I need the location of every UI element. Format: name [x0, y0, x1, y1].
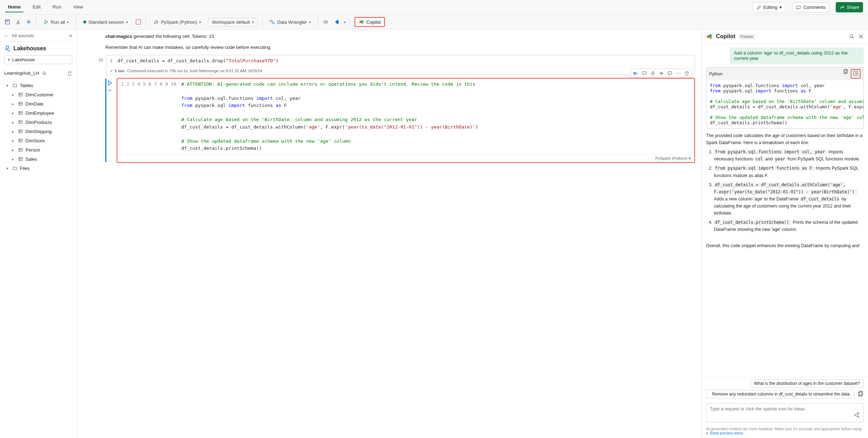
svg-rect-3	[270, 20, 272, 22]
tab-edit[interactable]: Edit	[30, 2, 43, 12]
chevron-down-icon[interactable]	[107, 88, 112, 93]
tree-table-item[interactable]: ▸DimCustomer	[0, 90, 77, 99]
svg-rect-19	[643, 72, 646, 74]
suggestion-chip[interactable]: Remove any redundant columns in df_cust_…	[706, 390, 855, 398]
share-button[interactable]: Share	[836, 2, 863, 12]
table-name: DimEmployee	[26, 110, 54, 116]
lock-icon[interactable]	[650, 70, 656, 76]
copilot-icon	[359, 19, 364, 25]
tab-run[interactable]: Run	[50, 2, 64, 12]
tab-home[interactable]: Home	[5, 2, 23, 12]
chevron-down-icon: ▾	[199, 20, 201, 24]
chevron-right-icon: ▸	[12, 130, 16, 133]
code-content: from pyspark.sql.functions import col, y…	[706, 80, 863, 128]
table-icon	[18, 138, 23, 143]
share-label: Share	[847, 5, 859, 10]
check-icon: ✓	[110, 68, 113, 73]
tree-table-item[interactable]: ▸Person	[0, 145, 77, 154]
svg-rect-14	[19, 121, 23, 124]
chevron-down-icon[interactable]: ▾	[344, 20, 346, 24]
copilot-input[interactable]	[706, 403, 864, 422]
refresh-icon[interactable]	[67, 71, 72, 76]
copilot-input-field[interactable]	[710, 406, 853, 411]
chevron-down-icon: ▾	[309, 20, 311, 24]
run-all-button[interactable]: Run all ▾	[41, 18, 72, 26]
lakehouse-name[interactable]: LearningHub_LH	[4, 70, 39, 76]
svg-rect-0	[797, 6, 801, 8]
chevron-down-icon: ▾	[67, 20, 69, 24]
data-wrangler-dropdown[interactable]: Data Wrangler ▾	[267, 18, 314, 26]
files-label: Files	[20, 166, 29, 171]
chevron-right-icon: ▸	[12, 139, 16, 143]
back-arrow-icon[interactable]: ←	[4, 33, 9, 38]
cell-toolbar: M↓ ⋯	[631, 69, 692, 78]
table-name: DimShipping	[26, 129, 52, 134]
tree-table-item[interactable]: ▸DimShipping	[0, 127, 77, 136]
svg-rect-12	[19, 102, 23, 106]
comments-button[interactable]: Comments	[792, 2, 829, 12]
delete-icon[interactable]	[684, 70, 690, 76]
suggestion-chip[interactable]: What is the distribution of ages in the …	[750, 379, 864, 388]
editing-label: Editing	[763, 5, 778, 10]
add-lakehouse-button[interactable]: + Lakehouse	[4, 55, 72, 64]
code-body[interactable]: # ATTENTION: AI-generated code can inclu…	[181, 81, 478, 152]
copy-icon[interactable]	[843, 69, 849, 79]
workspace-label: Workspace default	[212, 19, 250, 25]
svg-rect-17	[19, 148, 23, 152]
comments-label: Comments	[803, 5, 825, 10]
tree-files[interactable]: ▾ Files	[0, 164, 77, 173]
tree-table-item[interactable]: ▸DimEmployee	[0, 108, 77, 118]
pin-icon[interactable]	[849, 34, 855, 39]
sidebar: ← All sources « Lakehouses + Lakehouse L…	[0, 29, 77, 438]
vscode-icon[interactable]	[333, 19, 340, 25]
table-icon	[18, 92, 23, 97]
chevron-down-icon: ▾	[6, 84, 10, 87]
download-icon[interactable]	[15, 19, 21, 25]
markdown-toggle[interactable]: M↓	[633, 70, 639, 76]
stop-button[interactable]	[135, 19, 141, 25]
more-icon[interactable]: ⋯	[676, 70, 681, 76]
copilot-title: Copilot	[716, 33, 735, 40]
tab-view[interactable]: View	[70, 2, 86, 12]
copy-icon[interactable]	[857, 391, 864, 397]
settings-icon[interactable]	[26, 19, 32, 25]
code-cell[interactable]: 1 df_cust_details = df_cust_details.drop…	[106, 55, 695, 75]
tree-table-item[interactable]: ▸DimProducts	[0, 118, 77, 127]
code-body[interactable]: df_cust_details = df_cust_details.drop("…	[118, 57, 279, 64]
tree-table-item[interactable]: ▸DimDate	[0, 99, 77, 108]
code-cell-active[interactable]: M↓ ⋯ 1 2 3 4 5 6 7 8 9 10 # ATTENTION: A…	[117, 78, 695, 163]
svg-rect-4	[272, 22, 274, 24]
comment-icon	[796, 5, 801, 10]
table-icon	[18, 101, 23, 107]
comment-icon[interactable]	[642, 70, 647, 76]
chevron-down-icon: ▾	[779, 5, 782, 10]
table-name: DimCustomer	[26, 92, 54, 97]
collapse-sidebar-icon[interactable]: «	[69, 32, 72, 39]
save-icon[interactable]	[4, 19, 11, 25]
kernel-dropdown[interactable]: PySpark (Python) ▾	[150, 18, 204, 26]
run-cell-icon[interactable]	[107, 80, 113, 86]
sources-label[interactable]: All sources	[12, 33, 34, 38]
table-name: DimDate	[26, 101, 44, 107]
tree-tables[interactable]: ▾ Tables	[0, 81, 77, 90]
tree-table-item[interactable]: ▸Sales	[0, 154, 77, 164]
editing-mode-dropdown[interactable]: Editing ▾	[752, 2, 786, 12]
svg-rect-20	[652, 73, 654, 75]
frozen-icon[interactable]	[323, 19, 329, 25]
svg-point-24	[709, 36, 712, 39]
chevron-right-icon: ▸	[12, 120, 16, 124]
insert-code-button[interactable]	[851, 69, 861, 79]
copilot-cell-icon[interactable]	[667, 70, 673, 76]
workspace-dropdown[interactable]: Workspace default ▾	[208, 18, 258, 27]
table-name: DimStore	[26, 138, 45, 143]
run-all-label: Run all	[51, 19, 65, 25]
freeze-icon[interactable]	[659, 70, 664, 76]
pin-icon[interactable]	[42, 71, 47, 76]
close-icon[interactable]	[858, 34, 864, 39]
cell-lang-dropdown[interactable]: PySpark (Python)▾	[655, 156, 691, 161]
preview-terms-link[interactable]: Read preview terms	[710, 431, 743, 435]
send-icon[interactable]	[853, 412, 860, 419]
copilot-button[interactable]: Copilot	[354, 17, 385, 27]
tree-table-item[interactable]: ▸DimStore	[0, 136, 77, 145]
session-status[interactable]: Standard session ▾	[80, 18, 130, 26]
